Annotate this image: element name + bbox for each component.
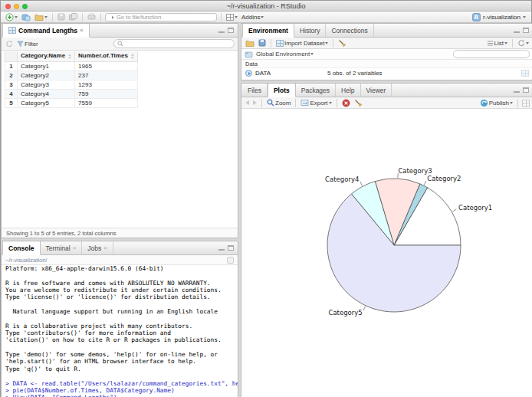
data-viewer-search-input[interactable] xyxy=(125,41,231,48)
tab-plots[interactable]: Plots xyxy=(268,84,296,97)
clear-workspace-button[interactable] xyxy=(337,39,347,48)
toolbar-separator xyxy=(52,13,53,21)
r-session-icon[interactable] xyxy=(227,257,234,264)
console-tab-label: Console xyxy=(8,244,34,252)
publish-button[interactable]: Publish xyxy=(479,99,514,107)
tab-history[interactable]: History xyxy=(294,24,326,37)
open-file-button[interactable] xyxy=(34,13,48,21)
tab-command-lengths[interactable]: Command Lengths xyxy=(2,24,90,38)
tab-connections[interactable]: Connections xyxy=(326,24,373,37)
table-row[interactable]: 3Category31293 xyxy=(5,80,138,89)
working-directory-label: ~/r-visualization/ xyxy=(5,257,47,264)
list-icon xyxy=(487,40,494,47)
table-row[interactable]: 4Category4759 xyxy=(5,89,138,98)
export-plot-button[interactable]: Export xyxy=(300,99,332,107)
tab-console[interactable]: Console xyxy=(2,241,41,255)
refresh-button[interactable] xyxy=(5,40,14,48)
new-file-button[interactable] xyxy=(5,13,18,21)
files-tab-label: Files xyxy=(248,87,261,94)
tab-viewer[interactable]: Viewer xyxy=(361,84,392,97)
close-icon[interactable] xyxy=(80,28,84,34)
console-line: You are welcome to redistribute it under… xyxy=(5,287,238,294)
refresh-icon xyxy=(5,40,13,48)
print-button[interactable] xyxy=(87,13,97,21)
new-project-button[interactable] xyxy=(21,13,31,21)
clear-all-plots-button[interactable] xyxy=(353,99,363,107)
zoom-window-button[interactable] xyxy=(22,4,28,9)
chevron-down-icon xyxy=(504,42,507,44)
jobs-tab-label: Jobs xyxy=(87,244,101,252)
refresh-environment-button[interactable] xyxy=(517,39,530,47)
close-icon[interactable] xyxy=(103,245,107,251)
goto-file-search[interactable] xyxy=(105,13,217,21)
title-bar: ~/r-visualization - RStudio xyxy=(1,1,531,11)
new-project-icon xyxy=(21,13,31,21)
load-workspace-button[interactable] xyxy=(245,39,255,48)
viewer-tab-label: Viewer xyxy=(366,87,386,94)
maximize-panel-icon[interactable] xyxy=(228,245,234,251)
minimize-panel-icon[interactable] xyxy=(514,31,520,33)
plots-panel: Files Plots Packages Help Viewer xyxy=(241,83,532,397)
table-row[interactable]: 2Category2237 xyxy=(5,71,138,80)
list-view-button[interactable]: List xyxy=(486,40,508,47)
close-window-button[interactable] xyxy=(5,4,11,9)
save-workspace-button[interactable] xyxy=(258,39,267,47)
console-output[interactable]: Platform: x86_64-apple-darwin15.6.0 (64-… xyxy=(2,265,238,397)
toolbar-separator xyxy=(517,99,518,107)
data-viewer-toolbar: Filter xyxy=(2,38,238,51)
svg-text:R: R xyxy=(475,14,479,21)
save-all-button[interactable] xyxy=(68,13,78,21)
pie-label-tick xyxy=(363,307,366,310)
close-icon[interactable] xyxy=(73,245,77,251)
entries-summary: Showing 1 to 5 of 5 entries, 2 total col… xyxy=(6,230,116,237)
environment-search-input[interactable] xyxy=(458,51,532,57)
global-environment-selector[interactable]: Global Environment xyxy=(255,51,314,57)
column-header-number-of-times[interactable]: Number.of.Times xyxy=(75,51,138,61)
tab-environment[interactable]: Environment xyxy=(242,24,294,38)
import-dataset-button[interactable]: Import Dataset xyxy=(275,40,329,47)
console-command-line: > DATA <- read.table("/Users/lsalazar/co… xyxy=(5,380,238,387)
addins-label: Addins xyxy=(241,14,260,21)
workspace: Command Lengths Filter xyxy=(1,23,531,397)
project-menu-button[interactable]: R r-visualization xyxy=(471,13,527,21)
addins-button[interactable]: Addins xyxy=(241,14,264,21)
pie-label-tick xyxy=(424,181,426,185)
minimize-panel-icon[interactable] xyxy=(218,249,225,251)
environment-object-row[interactable]: DATA 5 obs. of 2 variables xyxy=(241,68,532,78)
goto-file-input[interactable] xyxy=(117,14,214,21)
maximize-panel-icon[interactable] xyxy=(228,28,234,33)
pane-grid-icon[interactable] xyxy=(522,100,530,107)
column-header-category-name[interactable]: Category.Name xyxy=(18,51,75,61)
expand-object-icon[interactable] xyxy=(245,70,252,77)
next-plot-button[interactable] xyxy=(252,100,258,105)
tab-terminal[interactable]: Terminal xyxy=(41,241,83,254)
window-title: ~/r-visualization - RStudio xyxy=(227,2,306,10)
table-row[interactable]: 1Category11965 xyxy=(5,61,138,71)
scope-label: Global Environment xyxy=(256,51,310,57)
save-button[interactable] xyxy=(57,13,66,21)
maximize-panel-icon[interactable] xyxy=(523,28,529,33)
tab-help[interactable]: Help xyxy=(336,84,360,97)
minimize-panel-icon[interactable] xyxy=(218,31,225,33)
pane-layout-button[interactable] xyxy=(225,14,238,21)
tab-packages[interactable]: Packages xyxy=(296,84,336,97)
environment-searchbox[interactable] xyxy=(453,50,530,58)
minimize-window-button[interactable] xyxy=(14,4,19,9)
chevron-down-icon xyxy=(15,16,18,18)
table-row[interactable]: 5Category57559 xyxy=(5,98,138,107)
data-viewer-searchbox[interactable] xyxy=(113,39,235,48)
remove-plot-button[interactable] xyxy=(341,99,351,107)
minimize-panel-icon[interactable] xyxy=(514,91,520,93)
connections-tab-label: Connections xyxy=(331,27,367,34)
tab-files[interactable]: Files xyxy=(242,84,268,97)
zoom-plot-button[interactable]: Zoom xyxy=(266,99,291,107)
filter-button[interactable]: Filter xyxy=(16,41,39,48)
goto-arrow-icon xyxy=(108,14,115,21)
data-table-body: 1Category119652Category22373Category3129… xyxy=(5,61,138,107)
previous-plot-button[interactable] xyxy=(245,100,250,105)
broom-icon xyxy=(354,99,363,107)
maximize-panel-icon[interactable] xyxy=(523,87,529,93)
console-line xyxy=(5,372,238,379)
view-table-icon[interactable] xyxy=(521,70,529,77)
tab-jobs[interactable]: Jobs xyxy=(82,241,113,254)
